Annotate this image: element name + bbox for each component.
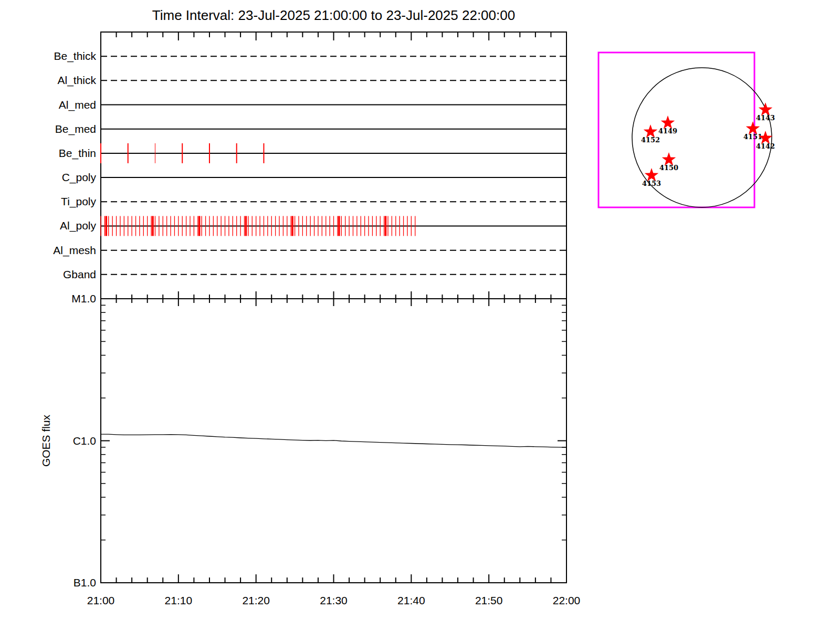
goes-flux-line [101, 434, 566, 447]
solar-fov-map: 4143415141424149415241504153 [598, 52, 775, 207]
active-region-label-4152: 4152 [641, 136, 660, 144]
time-tick-label: 21:50 [475, 594, 503, 606]
plot-svg: Be_thickAl_thickAl_medBe_medBe_thinC_pol… [0, 0, 840, 630]
goes-flux-panel: M1.0C1.0B1.0GOES flux21:0021:1021:2021:3… [40, 292, 580, 606]
time-tick-label: 21:20 [242, 594, 270, 606]
filter-label-Be_thick: Be_thick [54, 50, 96, 62]
filter-timeline-panel: Be_thickAl_thickAl_medBe_medBe_thinC_pol… [53, 32, 566, 306]
goes-ytick-label: C1.0 [73, 435, 96, 447]
time-tick-label: 21:10 [165, 594, 193, 606]
filter-label-Al_poly: Al_poly [60, 219, 96, 232]
active-region-label-4142: 4142 [756, 142, 775, 150]
filter-label-Al_med: Al_med [59, 99, 96, 111]
time-tick-label: 22:00 [553, 594, 581, 606]
filter-label-Al_thick: Al_thick [57, 74, 96, 87]
xrt-goes-observation-plot: Time Interval: 23-Jul-2025 21:00:00 to 2… [0, 0, 840, 630]
goes-ytick-label: B1.0 [74, 576, 96, 589]
filter-label-Be_med: Be_med [55, 123, 96, 135]
time-tick-label: 21:30 [320, 594, 348, 606]
active-region-label-4150: 4150 [659, 164, 678, 172]
goes-ytick-label: M1.0 [71, 292, 96, 304]
active-region-label-4149: 4149 [658, 127, 677, 135]
filter-label-Al_mesh: Al_mesh [53, 244, 96, 257]
time-tick-label: 21:00 [87, 594, 115, 606]
filter-label-C_poly: C_poly [62, 171, 97, 184]
active-region-label-4143: 4143 [756, 114, 775, 122]
goes-ylabel: GOES flux [40, 414, 52, 467]
filter-label-Ti_poly: Ti_poly [61, 195, 96, 208]
filter-label-Be_thin: Be_thin [59, 147, 96, 160]
goes-frame [101, 299, 566, 583]
filter-label-Gband: Gband [63, 268, 96, 280]
time-tick-label: 21:40 [397, 594, 425, 606]
timeline-frame [101, 32, 566, 299]
active-region-label-4153: 4153 [642, 180, 661, 187]
active-region-label-4151: 4151 [743, 133, 762, 141]
